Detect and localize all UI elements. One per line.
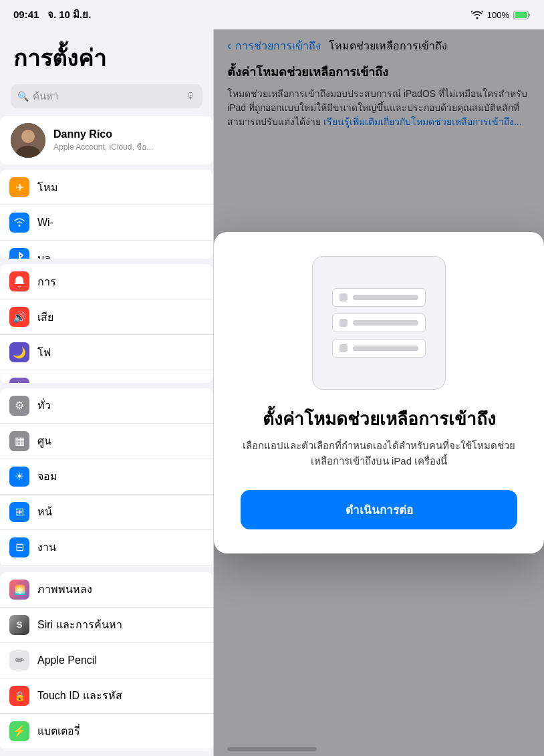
modal-title: ตั้งค่าโหมดช่วยเหลือการเข้าถึง bbox=[263, 408, 496, 431]
sidebar-item-label: เวล bbox=[37, 380, 53, 383]
sidebar-section-notifications: การ 🔊 เสีย 🌙 โฟ ⏱ เวล bbox=[0, 264, 213, 383]
sidebar-item-label: ภาพพนหลง bbox=[37, 581, 92, 598]
sidebar-item-accessibility[interactable]: ♿ การ bbox=[0, 565, 213, 567]
profile-name: Danny Rico bbox=[53, 128, 202, 140]
sidebar-item-siri[interactable]: S Siri และการค้นหา bbox=[0, 608, 213, 643]
sidebar-item-multitask[interactable]: ⊟ งาน bbox=[0, 530, 213, 565]
sidebar-item-control[interactable]: ▦ ศูน bbox=[0, 424, 213, 459]
sidebar-item-label: การ bbox=[37, 273, 56, 290]
main-layout: การตั้งค่า 🔍 ค้นหา 🎙 Danny Rico Apple Ac… bbox=[0, 29, 544, 756]
sidebar-item-label: ศูน bbox=[37, 432, 51, 449]
sidebar-item-pencil-label: Apple Pencil bbox=[37, 654, 97, 666]
sidebar-item-general[interactable]: ⚙ ทั่ว bbox=[0, 388, 213, 424]
sidebar-item-screentime[interactable]: ⏱ เวล bbox=[0, 370, 213, 383]
notifications-icon bbox=[9, 271, 29, 291]
sidebar-item-wallpaper[interactable]: 🌅 ภาพพนหลง bbox=[0, 572, 213, 608]
sidebar-item-label: เสีย bbox=[37, 309, 53, 326]
screentime-icon: ⏱ bbox=[9, 378, 29, 383]
modal-illustration bbox=[312, 256, 446, 390]
modal-description: เลือกแอปและตัวเลือกที่กำหนดเองได้สำหรับค… bbox=[241, 438, 517, 469]
battery-icon bbox=[513, 11, 531, 19]
mic-icon: 🎙 bbox=[186, 91, 196, 102]
sidebar-item-label: Wi- bbox=[37, 217, 53, 229]
multitask-icon: ⊟ bbox=[9, 537, 29, 557]
sidebar-item-airplane[interactable]: ✈ โหม bbox=[0, 170, 213, 205]
sidebar-item-wifi[interactable]: Wi- bbox=[0, 205, 213, 241]
sidebar-item-label: แบตเตอรี่ bbox=[37, 723, 80, 739]
svg-rect-1 bbox=[515, 12, 527, 18]
sidebar-title: การตั้งค่า bbox=[0, 29, 213, 82]
battery-label: 100% bbox=[487, 10, 509, 20]
content-area: ‹ การช่วยการเข้าถึง โหมดช่วยเหลือการเข้า… bbox=[214, 29, 544, 756]
sidebar-item-battery[interactable]: ⚡ แบตเตอรี่ bbox=[0, 714, 213, 749]
sidebar-item-sounds[interactable]: 🔊 เสีย bbox=[0, 299, 213, 335]
sidebar-item-homescreen[interactable]: ⊞ หน้ bbox=[0, 495, 213, 530]
wifi-settings-icon bbox=[9, 213, 29, 233]
wifi-icon bbox=[471, 11, 483, 19]
sidebar-item-label: ทั่ว bbox=[37, 397, 51, 414]
ill-dot bbox=[339, 344, 348, 352]
ill-row-1 bbox=[332, 288, 426, 307]
ill-dot bbox=[339, 293, 348, 301]
ill-row-3 bbox=[332, 339, 426, 358]
battery-settings-icon: ⚡ bbox=[9, 721, 29, 741]
wallpaper-icon: 🌅 bbox=[9, 580, 29, 600]
sidebar-item-label: โฟ bbox=[37, 344, 51, 361]
ill-row-2 bbox=[332, 313, 426, 332]
sidebar-item-label: บลู bbox=[37, 250, 51, 259]
profile-sub: Apple Account, iCloud, ชื่อ... bbox=[53, 140, 202, 153]
display-icon: ☀ bbox=[9, 467, 29, 487]
sidebar-item-pencil[interactable]: ✏ Apple Pencil bbox=[0, 643, 213, 678]
sidebar-item-label: โหม bbox=[37, 179, 58, 196]
ill-line bbox=[353, 346, 418, 351]
sidebar-item-privacy[interactable]: 🛡 ความเป็นส่วนตัวและ... bbox=[0, 749, 213, 751]
sidebar-item-label: หน้ bbox=[37, 503, 52, 520]
sidebar-item-touchid[interactable]: 🔒 Touch ID และรหัส bbox=[0, 678, 213, 714]
modal-overlay: ตั้งค่าโหมดช่วยเหลือการเข้าถึง เลือกแอปแ… bbox=[214, 29, 544, 756]
continue-button[interactable]: ดำเนินการต่อ bbox=[241, 490, 517, 529]
ill-line bbox=[353, 320, 418, 326]
sidebar-section-system: ⚙ ทั่ว ▦ ศูน ☀ จอม ⊞ หน้ ⊟ งาน ♿ การ bbox=[0, 388, 213, 567]
status-bar: 09:41 จ. 10 มิ.ย. 100% bbox=[0, 0, 544, 29]
sidebar-section-connectivity: ✈ โหม Wi- บลู bbox=[0, 170, 213, 259]
sounds-icon: 🔊 bbox=[9, 307, 29, 327]
sidebar-section-apps: 🌅 ภาพพนหลง S Siri และการค้นหา ✏ Apple Pe… bbox=[0, 572, 213, 751]
profile-row[interactable]: Danny Rico Apple Account, iCloud, ชื่อ..… bbox=[0, 116, 213, 164]
sidebar-item-label: งาน bbox=[37, 539, 56, 555]
airplane-icon: ✈ bbox=[9, 177, 29, 197]
sidebar: การตั้งค่า 🔍 ค้นหา 🎙 Danny Rico Apple Ac… bbox=[0, 29, 214, 756]
sidebar-item-notifications[interactable]: การ bbox=[0, 264, 213, 299]
profile-info: Danny Rico Apple Account, iCloud, ชื่อ..… bbox=[53, 128, 202, 153]
avatar bbox=[11, 123, 45, 158]
sidebar-item-focus[interactable]: 🌙 โฟ bbox=[0, 335, 213, 370]
ill-dot bbox=[339, 319, 348, 327]
sidebar-item-label: Touch ID และรหัส bbox=[37, 687, 122, 704]
focus-icon: 🌙 bbox=[9, 342, 29, 362]
svg-point-3 bbox=[21, 130, 35, 143]
sidebar-item-bluetooth[interactable]: บลู bbox=[0, 241, 213, 259]
sidebar-item-display[interactable]: ☀ จอม bbox=[0, 459, 213, 495]
search-icon: 🔍 bbox=[17, 91, 29, 102]
sidebar-item-label: จอม bbox=[37, 468, 57, 485]
general-icon: ⚙ bbox=[9, 396, 29, 416]
ill-line bbox=[353, 295, 418, 300]
siri-icon: S bbox=[9, 615, 29, 635]
homescreen-icon: ⊞ bbox=[9, 502, 29, 522]
modal-card: ตั้งค่าโหมดช่วยเหลือการเข้าถึง เลือกแอปแ… bbox=[214, 232, 544, 554]
search-bar[interactable]: 🔍 ค้นหา 🎙 bbox=[11, 84, 202, 108]
status-time: 09:41 จ. 10 มิ.ย. bbox=[13, 7, 91, 23]
bluetooth-icon bbox=[9, 248, 29, 259]
pencil-icon: ✏ bbox=[9, 650, 29, 670]
touchid-icon: 🔒 bbox=[9, 686, 29, 706]
search-placeholder: ค้นหา bbox=[33, 88, 182, 104]
sidebar-item-label: Siri และการค้นหา bbox=[37, 616, 122, 633]
status-right: 100% bbox=[471, 10, 531, 20]
control-icon: ▦ bbox=[9, 431, 29, 451]
